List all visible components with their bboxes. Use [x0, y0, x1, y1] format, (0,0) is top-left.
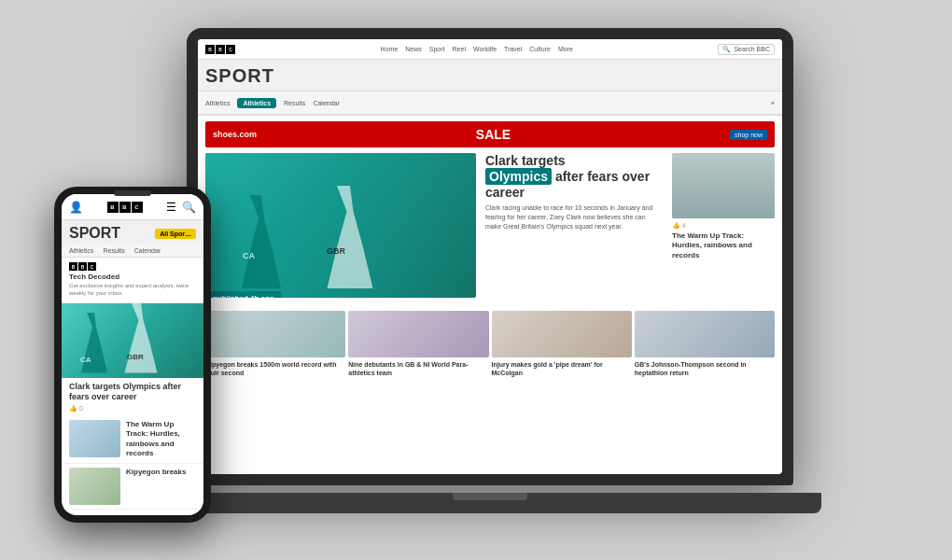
bbc-block-b2: B [216, 45, 225, 54]
phone-promo-bar: B B C Tech Decoded Get exclusive insight… [62, 258, 203, 303]
phone-hero-ca: CA [80, 356, 91, 364]
phone-hero-likes: 👍 0 [69, 405, 196, 413]
hero-ca-label: CA [243, 251, 255, 260]
sub-nav-results[interactable]: Results [284, 100, 305, 106]
bbc-top-nav: Home News Sport Reel Worklife Travel Cul… [381, 46, 573, 52]
bbc-topbar: B B C Home News Sport Reel Worklife Trav… [198, 39, 782, 60]
phone-bbc-logo[interactable]: B B C [107, 202, 143, 213]
phone-bbc-c: C [132, 202, 143, 213]
nav-more[interactable]: More [558, 46, 573, 52]
bbc-logo[interactable]: B B C [205, 45, 235, 54]
phone-top-icons: ☰ 🔍 [166, 201, 196, 214]
hero-image[interactable]: CA GBR published 4h ago [205, 153, 476, 298]
phone-sub-results[interactable]: Results [103, 247, 124, 254]
nav-culture[interactable]: Culture [529, 46, 551, 52]
phone: 👤 B B C ☰ 🔍 SPORT All Spor… [54, 187, 211, 523]
bottom-card-0-img [205, 311, 345, 357]
search-icon: 🔍 [722, 46, 731, 53]
nav-sport[interactable]: Sport [429, 46, 445, 52]
phone-hero-title: Clark targets Olympics after fears over … [69, 382, 196, 403]
main-content: CA GBR published 4h ago Clark targets Ol… [198, 153, 782, 303]
phone-person-icon: 👤 [69, 201, 83, 214]
phone-sub-athletics[interactable]: Athletics [69, 247, 93, 254]
sport-title: SPORT [205, 65, 775, 87]
scene: B B C Home News Sport Reel Worklife Trav… [0, 0, 952, 560]
sidebar-img-figure [672, 153, 775, 218]
bottom-card-1[interactable]: Nine debutants in GB & NI World Para-ath… [348, 311, 488, 377]
phone-bbc-b2: B [119, 202, 131, 213]
laptop-body: B B C Home News Sport Reel Worklife Trav… [187, 28, 793, 485]
bottom-card-3-img [635, 311, 775, 357]
bottom-card-3-title: GB's Johnson-Thompson second in heptathl… [635, 360, 775, 377]
nav-reel[interactable]: Reel [453, 46, 466, 52]
bottom-card-3[interactable]: GB's Johnson-Thompson second in heptathl… [635, 311, 775, 377]
phone-card3-title: Kipyegon breaks [126, 468, 186, 477]
phone-sub-nav: Athletics Results Calendar [62, 245, 203, 258]
phone-card2-img [69, 420, 120, 457]
olympics-highlight: Olympics [485, 168, 552, 185]
phone-sub-calendar[interactable]: Calendar [134, 247, 161, 254]
sidebar-image[interactable] [672, 153, 775, 218]
hero-section: CA GBR published 4h ago [205, 153, 476, 298]
phone-menu-icon[interactable]: ☰ [166, 201, 176, 214]
bottom-card-2-title: Injury makes gold a 'pipe dream' for McC… [492, 360, 632, 377]
sub-nav-athletics[interactable]: Athletics [205, 100, 230, 106]
phone-card3-img [69, 468, 120, 505]
athletics-badge[interactable]: Athletics [237, 98, 276, 108]
sidebar-right: 👍 4 The Warm Up Track: Hurdles, rainbows… [672, 153, 775, 298]
nav-travel[interactable]: Travel [504, 46, 522, 52]
phone-runner1 [76, 313, 113, 373]
promo-c: C [88, 262, 96, 271]
phone-promo-bbc: B B C [69, 262, 196, 271]
phone-promo-subtitle: Get exclusive insights and expert analys… [69, 283, 196, 298]
promo-b2: B [78, 262, 87, 271]
phone-all-sport-badge[interactable]: All Spor… [155, 229, 196, 239]
bottom-card-1-title: Nine debutants in GB & NI World Para-ath… [348, 360, 488, 377]
laptop: B B C Home News Sport Reel Worklife Trav… [187, 28, 793, 513]
sub-nav: Athletics Athletics Results Calendar » [198, 91, 782, 116]
phone-hero-gbr: GBR [127, 353, 144, 361]
promo-b1: B [69, 262, 77, 271]
article-title[interactable]: Clark targets Olympics after fears over … [485, 153, 663, 200]
search-bar[interactable]: 🔍 Search BBC [718, 44, 775, 55]
phone-card2[interactable]: The Warm Up Track: Hurdles, rainbows and… [62, 416, 203, 464]
nav-worklife[interactable]: Worklife [473, 46, 497, 52]
laptop-screen: B B C Home News Sport Reel Worklife Trav… [198, 39, 782, 474]
bbc-website: B B C Home News Sport Reel Worklife Trav… [198, 39, 782, 474]
ad-brand: shoes.com [213, 130, 257, 139]
phone-hero-text: Clark targets Olympics after fears over … [62, 378, 203, 416]
sport-header: SPORT [198, 60, 782, 91]
bottom-card-0[interactable]: Kipyegon breaks 1500m world record with … [205, 311, 345, 377]
ad-sale-label: SALE [476, 127, 511, 142]
phone-card3[interactable]: Kipyegon breaks [62, 464, 203, 510]
phone-promo-title: Tech Decoded [69, 273, 196, 281]
published-badge: published 4h ago [205, 291, 282, 298]
nav-news[interactable]: News [405, 46, 422, 52]
phone-card2-title: The Warm Up Track: Hurdles, rainbows and… [126, 420, 196, 459]
nav-home[interactable]: Home [381, 46, 399, 52]
phone-search-icon[interactable]: 🔍 [182, 201, 196, 214]
bottom-cards: Kipyegon breaks 1500m world record with … [198, 303, 782, 377]
phone-bbc-site: 👤 B B C ☰ 🔍 SPORT All Spor… [62, 194, 203, 515]
title-part1: Clark targets [485, 153, 566, 168]
laptop-base [159, 493, 821, 513]
bottom-card-0-title: Kipyegon breaks 1500m world record with … [205, 360, 345, 377]
phone-notch [114, 190, 151, 196]
bbc-block-b: B [205, 45, 215, 54]
article-summary: Clark racing unable to race for 10 secon… [485, 203, 663, 231]
bottom-card-2[interactable]: Injury makes gold a 'pipe dream' for McC… [492, 311, 632, 377]
phone-sport-header: SPORT All Spor… [62, 220, 203, 245]
phone-bbc-b1: B [107, 202, 119, 213]
phone-runner2 [118, 303, 164, 373]
bottom-card-1-img [348, 311, 488, 357]
sub-nav-more[interactable]: » [771, 99, 775, 107]
ad-button[interactable]: shop now [730, 130, 767, 140]
ad-banner[interactable]: shoes.com SALE shop now [205, 121, 775, 147]
phone-hero-card[interactable]: CA GBR Clark targets Olympics after fear… [62, 303, 203, 416]
bottom-card-2-img [492, 311, 632, 357]
article-text: Clark targets Olympics after fears over … [480, 153, 668, 298]
sub-nav-calendar[interactable]: Calendar [313, 100, 339, 106]
sidebar-article-title[interactable]: The Warm Up Track: Hurdles, rainbows and… [672, 231, 775, 260]
search-label: Search BBC [734, 46, 770, 52]
phone-hero-image: CA GBR [62, 303, 203, 378]
